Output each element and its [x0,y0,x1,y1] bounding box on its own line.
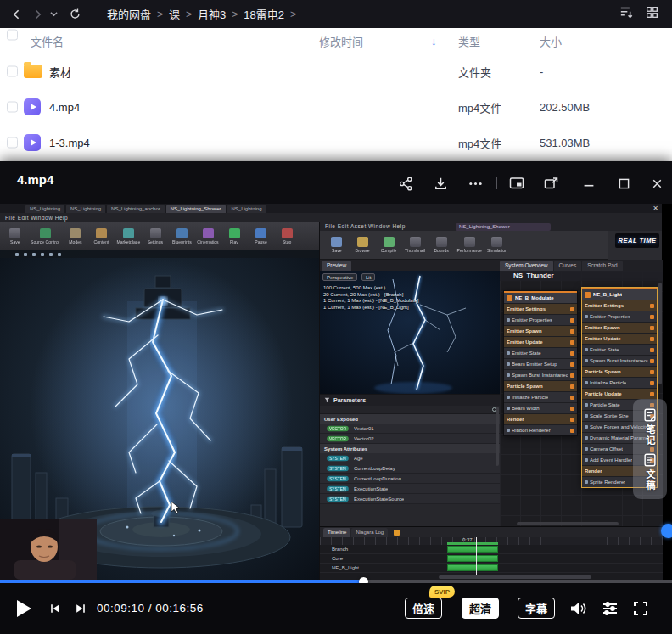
stack-row-label: Emitter Properties [590,314,630,319]
enabled-toggle [570,384,574,389]
breadcrumb-separator: > [232,8,238,20]
quality-button[interactable]: 超清 [462,598,499,619]
lit-pill: Lit [361,273,375,281]
notes-button[interactable]: 笔记 [642,407,658,446]
main-toolbar-label: Save [10,239,20,244]
enabled-toggle [570,307,574,311]
preview-tab: Preview [322,261,351,271]
column-header-modified[interactable]: 修改时间 [319,32,363,48]
assistant-bubble-button[interactable] [661,524,672,538]
sort-descending-icon[interactable]: ↓ [431,34,437,47]
select-all-checkbox[interactable] [7,30,18,41]
file-type: 文件夹 [458,64,491,80]
breadcrumb-item[interactable]: 月神3 [198,6,226,22]
play-button[interactable] [12,597,36,620]
module-icon [585,447,588,451]
recorded-editor-toolbar: SaveSource ControlModesContentMarketplac… [0,222,319,250]
transcript-button[interactable]: 文稿 [642,452,658,491]
playback-speed-button[interactable]: 倍速 [405,598,442,619]
main-toolbar-label: Cinematics [198,239,219,244]
row-checkbox[interactable] [7,66,18,77]
settings-sliders-icon[interactable] [599,598,621,620]
parameter-namespace-tag: SYSTEM [327,496,349,501]
close-icon[interactable] [647,173,667,194]
module-icon [585,315,588,318]
row-checkbox[interactable] [7,102,18,113]
preview-stat-line: 100 Current, 500 Max (est.) [323,285,418,292]
share-icon[interactable] [395,173,416,194]
niagara-toolbar-label: Thumbnail [406,248,426,252]
breadcrumb-item[interactable]: 我的网盘 [107,6,151,22]
emitter-node: NE_B_ModulateEmitter SettingsEmitter Pro… [503,290,578,436]
folder-icon [24,65,42,78]
file-type: mp4文件 [458,99,501,115]
canvas-vertical-scrollbar [658,283,662,384]
sort-icon[interactable] [619,6,634,22]
enabled-toggle [570,318,574,323]
previous-button[interactable] [46,600,64,617]
niagara-toolbar-item: Bounds [428,231,455,259]
next-button[interactable] [71,600,90,617]
refresh-icon[interactable] [64,4,85,25]
enabled-toggle [650,337,654,341]
grid-view-icon[interactable] [646,6,658,22]
parameter-namespace-tag: VECTOR [327,425,349,430]
video-surface[interactable]: NS_LightningNS_LightningNS_Lightning_anc… [0,204,672,580]
stack-row-label: Emitter Update [507,339,543,345]
enabled-toggle [570,429,574,433]
viewport-mode-pills: Perspective Lit [322,273,378,281]
niagara-toolbar-icon [464,237,475,247]
preview-stat-line: 1 Current, 1 Max (est.) - [NE_B_Light] [323,305,418,311]
parameter-row: SYSTEMExecutionState [320,484,500,494]
parameter-row: SYSTEMCurrentLoopDelay [320,463,500,474]
fullscreen-icon[interactable] [630,598,652,620]
stack-row: Emitter State [582,344,657,355]
main-toolbar-icon [282,228,293,238]
niagara-toolbar-item: Thumbnail [402,231,428,259]
more-options-icon[interactable] [465,173,485,194]
stack-row: Emitter Properties [504,314,577,325]
timeline-scrollbar [439,575,591,579]
recorded-window-tabstrip: NS_LightningNS_LightningNS_Lightning_anc… [0,204,662,213]
file-row[interactable]: 素材 文件夹 - [0,53,672,89]
enabled-toggle [570,407,574,411]
file-row[interactable]: 4.mp4 mp4文件 202.50MB [0,89,672,125]
subtitles-button[interactable]: 字幕 [518,598,555,619]
main-toolbar-label: Modes [69,239,81,244]
file-browser: 文件名 修改时间 ↓ 类型 大小 素材 文件夹 - 4.mp4 mp4文件 20… [0,28,672,161]
parameter-namespace-tag: SYSTEM [327,475,349,480]
recorded-screen: NS_LightningNS_LightningNS_Lightning_anc… [0,204,662,580]
stack-row-label: Particle Update [585,391,622,396]
parameter-namespace-tag: VECTOR [327,435,349,440]
module-icon [585,425,588,429]
niagara-asset-tab: NS_Lightning_Shower [456,223,551,231]
parameter-namespace-tag: SYSTEM [327,485,349,491]
volume-icon[interactable] [567,598,589,620]
browser-toolbar: 我的网盘 > 课 > 月神3 > 18雷电2 > [0,0,672,28]
stack-row: Emitter State [504,347,577,358]
realtime-logo: REAL TIME [615,233,659,248]
niagara-toolbar-icon [357,237,368,247]
system-asset-name: NS_Thunder [500,271,663,281]
breadcrumb-item[interactable]: 课 [169,6,180,22]
maximize-icon[interactable] [613,173,634,194]
pop-out-window-icon[interactable] [541,173,562,194]
row-checkbox[interactable] [7,137,18,149]
forward-icon[interactable] [27,4,48,25]
chevron-down-icon[interactable] [48,4,59,25]
stack-row: Initialize Particle [504,391,577,402]
main-toolbar-icon [150,228,161,238]
niagara-toolbar-icon [384,237,395,247]
stack-row: Initialize Particle [582,377,657,388]
back-icon[interactable] [7,4,27,25]
parameter-row: SYSTEMExecutionStateSource [320,494,500,504]
file-row[interactable]: 1-3.mp4 mp4文件 531.03MB [0,125,672,160]
column-header-name: 文件名 [31,32,64,48]
main-toolbar-icon [9,228,20,238]
picture-in-picture-icon[interactable] [507,173,527,194]
stack-row: Particle Update [582,388,657,399]
minimize-icon[interactable] [579,173,599,194]
breadcrumb-item[interactable]: 18雷电2 [244,6,284,22]
parameter-name: CurrentLoopDelay [354,466,395,471]
download-icon[interactable] [430,173,451,194]
